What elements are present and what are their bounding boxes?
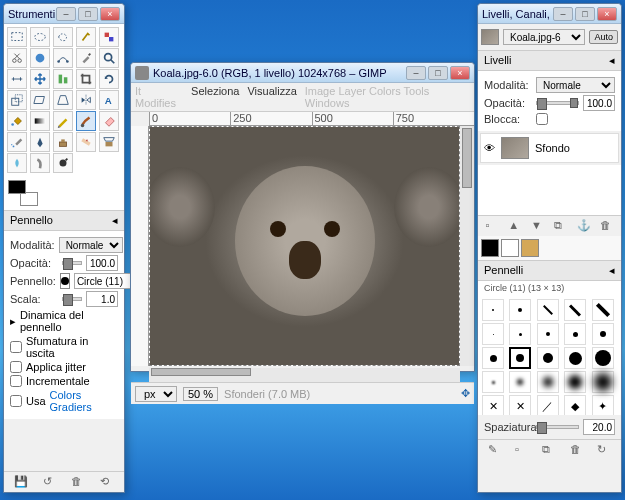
layer-opacity-slider[interactable] xyxy=(536,101,579,105)
spacing-input[interactable] xyxy=(583,419,615,435)
lower-layer-icon[interactable]: ▼ xyxy=(531,219,545,233)
swatch-white[interactable] xyxy=(501,239,519,257)
text-tool[interactable]: A xyxy=(99,90,119,110)
brush-item-selected[interactable] xyxy=(509,347,531,369)
scale-input[interactable] xyxy=(86,291,118,307)
layer-row[interactable]: 👁 Sfondo xyxy=(480,133,619,163)
scissors-tool[interactable] xyxy=(7,48,27,68)
jitter-checkbox[interactable] xyxy=(10,361,22,373)
brush-item[interactable] xyxy=(482,371,504,393)
brush-preview[interactable] xyxy=(60,273,70,289)
menu-item-view[interactable]: Visualizza xyxy=(247,85,296,109)
swatch-tan[interactable] xyxy=(521,239,539,257)
gradient-link[interactable]: Colors Gradiers xyxy=(50,389,118,413)
close-button[interactable]: × xyxy=(100,7,120,21)
auto-button[interactable]: Auto xyxy=(589,30,618,44)
fade-checkbox[interactable] xyxy=(10,341,22,353)
rotate-tool[interactable] xyxy=(99,69,119,89)
airbrush-tool[interactable] xyxy=(7,132,27,152)
brush-item[interactable] xyxy=(537,371,559,393)
brush-item[interactable] xyxy=(592,323,614,345)
delete-layer-icon[interactable]: 🗑 xyxy=(600,219,614,233)
close-button[interactable]: × xyxy=(597,7,617,21)
move-tool[interactable] xyxy=(30,69,50,89)
brush-item[interactable] xyxy=(564,371,586,393)
ellipse-select-tool[interactable] xyxy=(30,27,50,47)
unit-select[interactable]: px xyxy=(135,386,177,402)
fuzzy-select-tool[interactable] xyxy=(76,27,96,47)
menu-items-rest[interactable]: Image Layer Colors Tools Windows xyxy=(305,85,470,109)
delete-options-icon[interactable]: 🗑 xyxy=(71,475,85,489)
shear-tool[interactable] xyxy=(30,90,50,110)
layer-name[interactable]: Sfondo xyxy=(535,142,570,154)
layer-mode-select[interactable]: Normale xyxy=(536,77,615,93)
new-layer-icon[interactable]: ▫ xyxy=(485,219,499,233)
canvas[interactable] xyxy=(149,126,460,366)
foreground-select-tool[interactable] xyxy=(30,48,50,68)
bucket-fill-tool[interactable] xyxy=(7,111,27,131)
brush-item[interactable] xyxy=(564,347,586,369)
new-brush-icon[interactable]: ▫ xyxy=(515,443,529,457)
fg-color[interactable] xyxy=(8,180,26,194)
brush-item[interactable] xyxy=(509,323,531,345)
save-options-icon[interactable]: 💾 xyxy=(14,475,28,489)
measure-tool[interactable] xyxy=(7,69,27,89)
perspective-clone-tool[interactable] xyxy=(99,132,119,152)
maximize-button[interactable]: □ xyxy=(78,7,98,21)
maximize-button[interactable]: □ xyxy=(428,66,448,80)
scale-slider[interactable] xyxy=(62,297,82,301)
spacing-slider[interactable] xyxy=(536,425,579,429)
brush-item[interactable] xyxy=(592,347,614,369)
crop-tool[interactable] xyxy=(76,69,96,89)
maximize-button[interactable]: □ xyxy=(575,7,595,21)
layers-tab[interactable]: Livelli xyxy=(484,54,512,67)
eye-icon[interactable]: 👁 xyxy=(484,142,495,154)
brush-item[interactable] xyxy=(564,299,586,321)
zoom-tool[interactable] xyxy=(99,48,119,68)
brush-item[interactable] xyxy=(509,299,531,321)
eraser-tool[interactable] xyxy=(99,111,119,131)
opacity-slider[interactable] xyxy=(62,261,82,265)
nav-icon[interactable]: ✥ xyxy=(461,387,470,400)
lock-checkbox[interactable] xyxy=(536,113,548,125)
panel-menu-icon[interactable]: ◂ xyxy=(112,214,118,227)
brush-item[interactable] xyxy=(509,371,531,393)
smudge-tool[interactable] xyxy=(30,153,50,173)
brush-item[interactable]: ◆ xyxy=(564,395,586,415)
blur-tool[interactable] xyxy=(7,153,27,173)
brush-item[interactable] xyxy=(537,323,559,345)
clone-tool[interactable] xyxy=(53,132,73,152)
align-tool[interactable] xyxy=(53,69,73,89)
heal-tool[interactable] xyxy=(76,132,96,152)
anchor-layer-icon[interactable]: ⚓ xyxy=(577,219,591,233)
flip-tool[interactable] xyxy=(76,90,96,110)
brushes-tab[interactable]: Pennelli xyxy=(484,264,523,277)
zoom-select[interactable]: 50 % xyxy=(183,387,218,401)
brush-item[interactable]: ／ xyxy=(537,395,559,415)
dock-titlebar[interactable]: Livelli, Canali, Tracciati, Annulla - P…… xyxy=(478,4,621,24)
menu-item[interactable]: It Modifies xyxy=(135,85,183,109)
layer-thumbnail[interactable] xyxy=(501,137,529,159)
brush-item[interactable] xyxy=(537,299,559,321)
incremental-checkbox[interactable] xyxy=(10,375,22,387)
brush-item[interactable]: ✕ xyxy=(482,395,504,415)
layer-opacity-input[interactable] xyxy=(583,95,615,111)
fg-bg-swatch[interactable] xyxy=(8,180,38,206)
duplicate-layer-icon[interactable]: ⧉ xyxy=(554,219,568,233)
ink-tool[interactable] xyxy=(30,132,50,152)
perspective-tool[interactable] xyxy=(53,90,73,110)
bg-color[interactable] xyxy=(20,192,38,206)
free-select-tool[interactable] xyxy=(53,27,73,47)
brush-item[interactable] xyxy=(482,299,504,321)
minimize-button[interactable]: – xyxy=(406,66,426,80)
gradient-checkbox[interactable] xyxy=(10,395,22,407)
scrollbar-horizontal[interactable] xyxy=(149,368,460,382)
restore-options-icon[interactable]: ↺ xyxy=(43,475,57,489)
dodge-tool[interactable] xyxy=(53,153,73,173)
brush-item[interactable] xyxy=(482,323,504,345)
expand-icon[interactable]: ▸ xyxy=(10,315,16,328)
brush-item[interactable] xyxy=(537,347,559,369)
brush-item[interactable]: ✦ xyxy=(592,395,614,415)
raise-layer-icon[interactable]: ▲ xyxy=(508,219,522,233)
blend-tool[interactable] xyxy=(30,111,50,131)
